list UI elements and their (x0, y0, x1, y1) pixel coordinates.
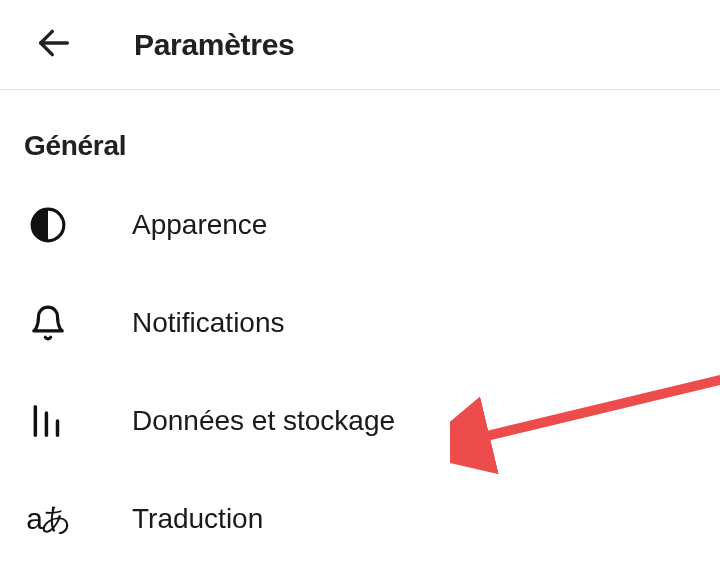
settings-item-label: Notifications (132, 307, 285, 339)
settings-item-label: Apparence (132, 209, 267, 241)
app-header: Paramètres (0, 0, 720, 90)
settings-item-notifications[interactable]: Notifications (0, 274, 720, 372)
page-title: Paramètres (134, 28, 294, 62)
contrast-icon (24, 206, 72, 244)
bell-icon (24, 304, 72, 342)
translation-icon: aあ (24, 504, 72, 534)
settings-item-label: Traduction (132, 503, 263, 535)
arrow-left-icon (34, 23, 74, 66)
section-title: Général (0, 130, 720, 176)
settings-item-data-storage[interactable]: Données et stockage (0, 372, 720, 470)
settings-item-appearance[interactable]: Apparence (0, 176, 720, 274)
bars-icon (24, 402, 72, 440)
settings-item-label: Données et stockage (132, 405, 395, 437)
settings-item-translation[interactable]: aあ Traduction (0, 470, 720, 568)
settings-section-general: Général Apparence Notifications Don (0, 90, 720, 568)
back-button[interactable] (30, 21, 78, 69)
